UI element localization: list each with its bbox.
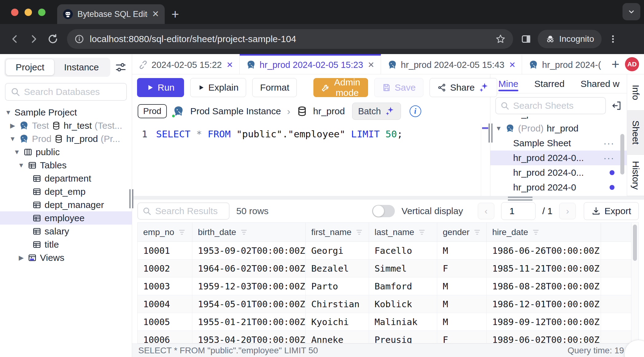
cell[interactable]: 1959-12-03T00:00:00Z xyxy=(192,277,306,295)
browser-tab-close-icon[interactable]: ✕ xyxy=(152,10,159,18)
cell[interactable]: Facello xyxy=(369,242,437,260)
sheet-item-unsaved-1[interactable]: hr_prod 2024-0... xyxy=(490,165,627,180)
panel-resize-handle[interactable] xyxy=(489,124,493,143)
tree-item-schema-public[interactable]: ▼ public xyxy=(0,145,132,159)
user-avatar[interactable]: AD xyxy=(625,57,639,71)
tree-item-hr-prod[interactable]: ▼ Prod hr_prod (Pr... xyxy=(0,132,132,145)
table-row[interactable]: 10003 1959-12-03T00:00:00Z Parto Bamford… xyxy=(138,277,638,295)
back-button[interactable] xyxy=(7,31,23,47)
cell[interactable]: Parto xyxy=(306,277,369,295)
tree-item-views-group[interactable]: ▶ Views xyxy=(0,251,132,264)
instance-name[interactable]: Prod Sample Instance xyxy=(190,106,281,116)
column-header-birth-date[interactable]: birth_date xyxy=(192,223,306,242)
database-search-input[interactable] xyxy=(24,87,121,97)
info-icon[interactable]: i xyxy=(410,105,421,117)
forward-button[interactable] xyxy=(26,31,42,47)
sheet-list-scrollbar[interactable] xyxy=(620,134,624,175)
sidebar-item-title[interactable]: title xyxy=(0,238,132,251)
cell[interactable]: Koblick xyxy=(369,295,437,313)
cell[interactable]: F xyxy=(437,260,487,277)
sidebar-item-dept-emp[interactable]: dept_emp xyxy=(0,185,132,198)
window-controls[interactable] xyxy=(11,9,45,16)
sheet-group-hr-prod[interactable]: ▼ (Prod) hr_prod xyxy=(490,121,627,136)
sidebar-item-dept-manager[interactable]: dept_manager xyxy=(0,198,132,211)
database-name[interactable]: hr_prod xyxy=(313,106,345,116)
column-header-emp-no[interactable]: emp_no xyxy=(138,223,192,242)
tab-instance[interactable]: Instance xyxy=(54,59,108,75)
cell[interactable]: 10005 xyxy=(138,313,192,331)
table-scrollbar[interactable] xyxy=(631,223,638,343)
reload-button[interactable] xyxy=(45,31,61,47)
cell[interactable]: 1986-06-26T00:00:00Z xyxy=(487,242,601,260)
cell[interactable]: 1964-06-02T00:00:00Z xyxy=(192,260,306,277)
cell[interactable]: 1985-11-21T00:00:00Z xyxy=(487,260,601,277)
sheet-search[interactable] xyxy=(495,97,606,114)
cell[interactable]: Anneke xyxy=(306,331,369,343)
tab-info[interactable]: Info xyxy=(627,74,644,111)
cell[interactable]: Chirstian xyxy=(306,295,369,313)
table-row[interactable]: 10001 1953-09-02T00:00:00Z Georgi Facell… xyxy=(138,242,638,260)
sql-editor[interactable]: 1 SELECT * FROM "public"."employee" LIMI… xyxy=(132,124,490,196)
more-actions-icon[interactable]: ··· xyxy=(603,153,615,163)
new-sheet-button[interactable]: + xyxy=(611,57,619,71)
cell[interactable]: 1955-01-21T00:00:00Z xyxy=(192,313,306,331)
cell[interactable]: Kyoichi xyxy=(306,313,369,331)
results-search[interactable] xyxy=(137,202,230,220)
cell[interactable]: F xyxy=(437,331,487,343)
caret-down-icon[interactable]: ▼ xyxy=(495,125,502,132)
database-search[interactable] xyxy=(5,83,127,101)
site-info-icon[interactable] xyxy=(74,34,84,44)
tree-item-sample-project[interactable]: ▼ Sample Project xyxy=(0,106,132,119)
tree-item-tables-group[interactable]: ▼ Tables xyxy=(0,159,132,172)
tab-history[interactable]: History xyxy=(627,155,644,196)
caret-down-icon[interactable]: ▼ xyxy=(18,162,25,169)
sheet-tab-1[interactable]: 2024-02-05 15:22 ✕ xyxy=(132,54,240,74)
cell[interactable]: M xyxy=(437,277,487,295)
sheet-item-current[interactable]: hr_prod 2024-0... ··· xyxy=(490,151,627,165)
caret-right-icon[interactable]: ▶ xyxy=(18,254,25,261)
cell[interactable]: 10002 xyxy=(138,260,192,277)
cell[interactable]: M xyxy=(437,242,487,260)
cell[interactable]: 1954-05-01T00:00:00Z xyxy=(192,295,306,313)
sheet-item-partial[interactable]: hr_prod 2024-0... xyxy=(490,117,627,121)
tab-shared[interactable]: Shared w xyxy=(580,74,619,93)
sheet-item-unsaved-2[interactable]: hr_prod 2024-0 xyxy=(490,180,627,195)
export-button[interactable]: Export xyxy=(584,202,639,220)
tree-item-hr-test[interactable]: ▶ Test hr_test (Test... xyxy=(0,119,132,132)
new-tab-button[interactable]: + xyxy=(171,8,179,21)
sheet-tab-3[interactable]: hr_prod 2024-02-05 15:43 ✕ xyxy=(381,54,522,74)
url-text[interactable]: localhost:8080/sql-editor/sheet/project-… xyxy=(90,34,490,44)
sidebar-item-salary[interactable]: salary xyxy=(0,225,132,238)
column-header-hire-date[interactable]: hire_date xyxy=(487,223,601,242)
results-search-input[interactable] xyxy=(155,206,225,216)
vertical-display-toggle[interactable] xyxy=(372,205,395,217)
caret-down-icon[interactable]: ▼ xyxy=(5,109,12,116)
column-header-last-name[interactable]: last_name xyxy=(369,223,437,242)
batch-button[interactable]: Batch xyxy=(352,103,401,120)
cell[interactable]: 10003 xyxy=(138,277,192,295)
sidebar-resize-handle[interactable] xyxy=(129,189,133,208)
cell[interactable]: Bamford xyxy=(369,277,437,295)
close-tab-icon[interactable]: ✕ xyxy=(226,60,233,70)
sort-funnel-icon[interactable] xyxy=(532,228,540,236)
cell[interactable]: 10006 xyxy=(138,331,192,343)
next-page-button[interactable]: › xyxy=(559,203,576,219)
side-panel-icon[interactable] xyxy=(520,33,532,45)
results-resize-divider[interactable] xyxy=(132,196,644,200)
window-minimize-button[interactable] xyxy=(25,9,32,16)
cell[interactable]: 10001 xyxy=(138,242,192,260)
window-close-button[interactable] xyxy=(11,9,18,16)
table-row[interactable]: 10006 1953-04-20T00:00:00Z Anneke Preusi… xyxy=(138,331,638,343)
browser-menu-icon[interactable] xyxy=(608,34,618,44)
browser-tab[interactable]: Bytebase SQL Editor ✕ xyxy=(57,4,165,24)
cell[interactable]: 1953-09-02T00:00:00Z xyxy=(192,242,306,260)
cell[interactable]: 1953-04-20T00:00:00Z xyxy=(192,331,306,343)
column-header-first-name[interactable]: first_name xyxy=(306,223,369,242)
more-actions-icon[interactable]: ··· xyxy=(603,138,615,148)
caret-down-icon[interactable]: ▼ xyxy=(14,148,20,156)
sheet-item-sample-sheet[interactable]: Sample Sheet ··· xyxy=(490,136,627,151)
close-tab-icon[interactable]: ✕ xyxy=(509,60,516,70)
sheet-tab-2-active[interactable]: hr_prod 2024-02-05 15:23 ✕ xyxy=(240,54,381,74)
ai-sparkles-icon[interactable] xyxy=(478,82,489,93)
sort-funnel-icon[interactable] xyxy=(473,228,481,236)
